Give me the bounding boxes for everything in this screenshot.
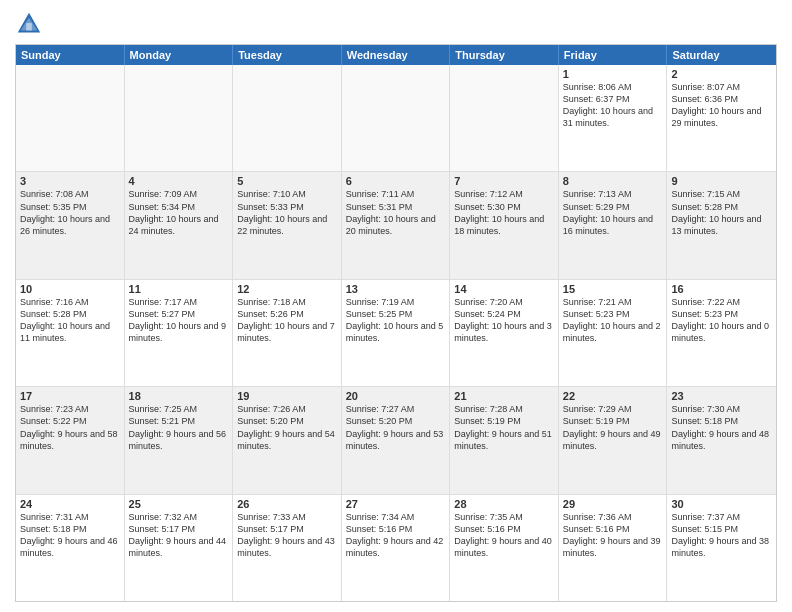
day-number: 30 — [671, 498, 772, 510]
calendar-cell-1: 1Sunrise: 8:06 AMSunset: 6:37 PMDaylight… — [559, 65, 668, 171]
calendar-row-0: 1Sunrise: 8:06 AMSunset: 6:37 PMDaylight… — [16, 65, 776, 171]
cell-info: Sunrise: 7:33 AMSunset: 5:17 PMDaylight:… — [237, 511, 337, 560]
day-number: 7 — [454, 175, 554, 187]
calendar-cell-empty — [16, 65, 125, 171]
calendar-cell-empty — [450, 65, 559, 171]
calendar-row-4: 24Sunrise: 7:31 AMSunset: 5:18 PMDayligh… — [16, 494, 776, 601]
cell-info: Sunrise: 7:23 AMSunset: 5:22 PMDaylight:… — [20, 403, 120, 452]
calendar-cell-16: 16Sunrise: 7:22 AMSunset: 5:23 PMDayligh… — [667, 280, 776, 386]
cell-info: Sunrise: 7:31 AMSunset: 5:18 PMDaylight:… — [20, 511, 120, 560]
day-number: 9 — [671, 175, 772, 187]
calendar-cell-9: 9Sunrise: 7:15 AMSunset: 5:28 PMDaylight… — [667, 172, 776, 278]
cell-info: Sunrise: 7:18 AMSunset: 5:26 PMDaylight:… — [237, 296, 337, 345]
calendar-cell-24: 24Sunrise: 7:31 AMSunset: 5:18 PMDayligh… — [16, 495, 125, 601]
logo-icon — [15, 10, 43, 38]
cell-info: Sunrise: 7:12 AMSunset: 5:30 PMDaylight:… — [454, 188, 554, 237]
day-number: 29 — [563, 498, 663, 510]
calendar-cell-22: 22Sunrise: 7:29 AMSunset: 5:19 PMDayligh… — [559, 387, 668, 493]
calendar-cell-26: 26Sunrise: 7:33 AMSunset: 5:17 PMDayligh… — [233, 495, 342, 601]
cell-info: Sunrise: 7:30 AMSunset: 5:18 PMDaylight:… — [671, 403, 772, 452]
calendar-cell-11: 11Sunrise: 7:17 AMSunset: 5:27 PMDayligh… — [125, 280, 234, 386]
calendar-header: SundayMondayTuesdayWednesdayThursdayFrid… — [16, 45, 776, 65]
day-header-monday: Monday — [125, 45, 234, 65]
calendar-cell-5: 5Sunrise: 7:10 AMSunset: 5:33 PMDaylight… — [233, 172, 342, 278]
day-header-thursday: Thursday — [450, 45, 559, 65]
day-number: 1 — [563, 68, 663, 80]
calendar-cell-2: 2Sunrise: 8:07 AMSunset: 6:36 PMDaylight… — [667, 65, 776, 171]
day-number: 11 — [129, 283, 229, 295]
day-header-sunday: Sunday — [16, 45, 125, 65]
calendar-cell-8: 8Sunrise: 7:13 AMSunset: 5:29 PMDaylight… — [559, 172, 668, 278]
day-number: 13 — [346, 283, 446, 295]
calendar-cell-14: 14Sunrise: 7:20 AMSunset: 5:24 PMDayligh… — [450, 280, 559, 386]
cell-info: Sunrise: 7:37 AMSunset: 5:15 PMDaylight:… — [671, 511, 772, 560]
calendar-cell-6: 6Sunrise: 7:11 AMSunset: 5:31 PMDaylight… — [342, 172, 451, 278]
svg-rect-2 — [26, 23, 32, 30]
cell-info: Sunrise: 7:11 AMSunset: 5:31 PMDaylight:… — [346, 188, 446, 237]
day-number: 14 — [454, 283, 554, 295]
calendar-body: 1Sunrise: 8:06 AMSunset: 6:37 PMDaylight… — [16, 65, 776, 601]
cell-info: Sunrise: 8:07 AMSunset: 6:36 PMDaylight:… — [671, 81, 772, 130]
day-number: 23 — [671, 390, 772, 402]
day-number: 28 — [454, 498, 554, 510]
calendar-cell-30: 30Sunrise: 7:37 AMSunset: 5:15 PMDayligh… — [667, 495, 776, 601]
cell-info: Sunrise: 7:16 AMSunset: 5:28 PMDaylight:… — [20, 296, 120, 345]
cell-info: Sunrise: 7:13 AMSunset: 5:29 PMDaylight:… — [563, 188, 663, 237]
cell-info: Sunrise: 7:10 AMSunset: 5:33 PMDaylight:… — [237, 188, 337, 237]
cell-info: Sunrise: 7:35 AMSunset: 5:16 PMDaylight:… — [454, 511, 554, 560]
day-header-saturday: Saturday — [667, 45, 776, 65]
day-number: 20 — [346, 390, 446, 402]
day-number: 3 — [20, 175, 120, 187]
cell-info: Sunrise: 7:22 AMSunset: 5:23 PMDaylight:… — [671, 296, 772, 345]
cell-info: Sunrise: 7:34 AMSunset: 5:16 PMDaylight:… — [346, 511, 446, 560]
calendar-row-2: 10Sunrise: 7:16 AMSunset: 5:28 PMDayligh… — [16, 279, 776, 386]
day-number: 6 — [346, 175, 446, 187]
calendar-cell-25: 25Sunrise: 7:32 AMSunset: 5:17 PMDayligh… — [125, 495, 234, 601]
day-number: 5 — [237, 175, 337, 187]
calendar-cell-3: 3Sunrise: 7:08 AMSunset: 5:35 PMDaylight… — [16, 172, 125, 278]
calendar-cell-27: 27Sunrise: 7:34 AMSunset: 5:16 PMDayligh… — [342, 495, 451, 601]
calendar-cell-29: 29Sunrise: 7:36 AMSunset: 5:16 PMDayligh… — [559, 495, 668, 601]
cell-info: Sunrise: 7:09 AMSunset: 5:34 PMDaylight:… — [129, 188, 229, 237]
calendar-cell-20: 20Sunrise: 7:27 AMSunset: 5:20 PMDayligh… — [342, 387, 451, 493]
calendar-cell-12: 12Sunrise: 7:18 AMSunset: 5:26 PMDayligh… — [233, 280, 342, 386]
cell-info: Sunrise: 7:20 AMSunset: 5:24 PMDaylight:… — [454, 296, 554, 345]
cell-info: Sunrise: 7:27 AMSunset: 5:20 PMDaylight:… — [346, 403, 446, 452]
cell-info: Sunrise: 7:25 AMSunset: 5:21 PMDaylight:… — [129, 403, 229, 452]
cell-info: Sunrise: 7:32 AMSunset: 5:17 PMDaylight:… — [129, 511, 229, 560]
calendar-cell-4: 4Sunrise: 7:09 AMSunset: 5:34 PMDaylight… — [125, 172, 234, 278]
day-number: 26 — [237, 498, 337, 510]
calendar-cell-15: 15Sunrise: 7:21 AMSunset: 5:23 PMDayligh… — [559, 280, 668, 386]
calendar-cell-19: 19Sunrise: 7:26 AMSunset: 5:20 PMDayligh… — [233, 387, 342, 493]
logo — [15, 10, 47, 38]
calendar-cell-7: 7Sunrise: 7:12 AMSunset: 5:30 PMDaylight… — [450, 172, 559, 278]
day-header-wednesday: Wednesday — [342, 45, 451, 65]
day-header-tuesday: Tuesday — [233, 45, 342, 65]
calendar-cell-21: 21Sunrise: 7:28 AMSunset: 5:19 PMDayligh… — [450, 387, 559, 493]
cell-info: Sunrise: 7:26 AMSunset: 5:20 PMDaylight:… — [237, 403, 337, 452]
calendar-cell-empty — [342, 65, 451, 171]
cell-info: Sunrise: 7:15 AMSunset: 5:28 PMDaylight:… — [671, 188, 772, 237]
day-header-friday: Friday — [559, 45, 668, 65]
day-number: 18 — [129, 390, 229, 402]
header — [15, 10, 777, 38]
calendar-cell-17: 17Sunrise: 7:23 AMSunset: 5:22 PMDayligh… — [16, 387, 125, 493]
calendar-cell-18: 18Sunrise: 7:25 AMSunset: 5:21 PMDayligh… — [125, 387, 234, 493]
calendar-cell-10: 10Sunrise: 7:16 AMSunset: 5:28 PMDayligh… — [16, 280, 125, 386]
cell-info: Sunrise: 7:29 AMSunset: 5:19 PMDaylight:… — [563, 403, 663, 452]
day-number: 4 — [129, 175, 229, 187]
page: SundayMondayTuesdayWednesdayThursdayFrid… — [0, 0, 792, 612]
calendar-cell-13: 13Sunrise: 7:19 AMSunset: 5:25 PMDayligh… — [342, 280, 451, 386]
day-number: 24 — [20, 498, 120, 510]
calendar-row-3: 17Sunrise: 7:23 AMSunset: 5:22 PMDayligh… — [16, 386, 776, 493]
day-number: 10 — [20, 283, 120, 295]
calendar: SundayMondayTuesdayWednesdayThursdayFrid… — [15, 44, 777, 602]
calendar-cell-empty — [125, 65, 234, 171]
day-number: 25 — [129, 498, 229, 510]
day-number: 8 — [563, 175, 663, 187]
calendar-row-1: 3Sunrise: 7:08 AMSunset: 5:35 PMDaylight… — [16, 171, 776, 278]
calendar-cell-23: 23Sunrise: 7:30 AMSunset: 5:18 PMDayligh… — [667, 387, 776, 493]
calendar-cell-empty — [233, 65, 342, 171]
cell-info: Sunrise: 7:17 AMSunset: 5:27 PMDaylight:… — [129, 296, 229, 345]
cell-info: Sunrise: 7:08 AMSunset: 5:35 PMDaylight:… — [20, 188, 120, 237]
